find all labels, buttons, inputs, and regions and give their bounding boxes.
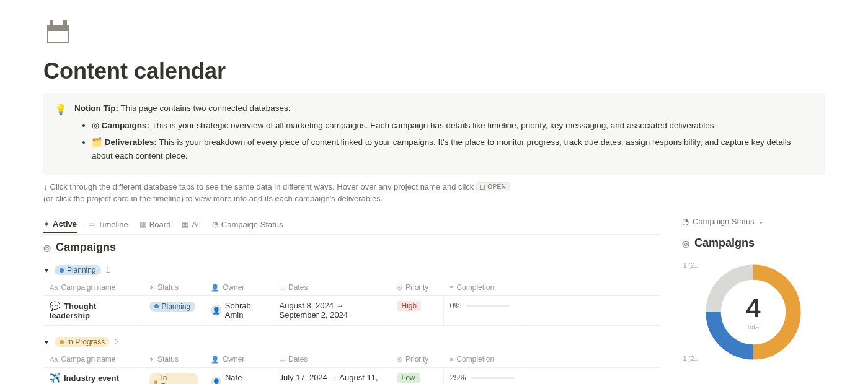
col-header-name[interactable]: AaCampaign name (43, 279, 143, 296)
svg-rect-2 (63, 20, 67, 26)
priority-tag: High (397, 301, 422, 311)
board-icon: ▥ (140, 220, 146, 229)
col-header-owner[interactable]: 👤Owner (205, 279, 273, 296)
caret-down-icon: ▼ (43, 267, 50, 274)
tip-callout: 💡 Notion Tip: This page contains two con… (43, 93, 825, 175)
page-title: Content calendar (43, 58, 825, 84)
avatar: 👤 (211, 305, 221, 316)
open-chip[interactable]: OPEN (476, 182, 510, 191)
avatar: 👤 (211, 377, 221, 384)
tip-text: This page contains two connected databas… (121, 103, 291, 113)
status-dot-icon (60, 268, 64, 273)
tab-campaign-status[interactable]: ◔ Campaign Status (212, 217, 283, 233)
progress-bar (466, 305, 510, 307)
cell-completion[interactable]: 25% (443, 368, 521, 384)
down-arrow-icon: ↓ (43, 182, 48, 191)
open-square-icon (480, 185, 485, 190)
priority-tag: Low (397, 373, 420, 383)
cell-priority[interactable]: High (391, 296, 443, 326)
col-header-owner[interactable]: 👤Owner (205, 351, 273, 368)
col-header-status[interactable]: ✶Status (143, 351, 205, 368)
group-status-pill: Planning (55, 265, 101, 275)
completion-text: 25% (450, 373, 466, 382)
text-icon: Aa (50, 356, 58, 363)
group-count: 2 (115, 338, 119, 346)
piechart-icon: ◔ (682, 217, 689, 226)
cell-empty (521, 368, 660, 384)
view-tabs: ✦ Active ▭ Timeline ▥ Board ▦ All ◔ Ca (43, 217, 660, 235)
col-header-empty (521, 351, 660, 368)
tab-all[interactable]: ▦ All (182, 217, 200, 233)
target-icon: ◎ (92, 121, 99, 130)
status-icon: ✶ (149, 284, 154, 291)
table-row[interactable]: 💬Thought leadershipPlanning👤Sohrab AminA… (43, 296, 660, 326)
target-icon: ◎ (682, 238, 689, 248)
status-dot-icon (154, 380, 158, 384)
col-header-completion[interactable]: ≡Completion (443, 279, 516, 296)
svg-rect-3 (48, 31, 68, 42)
tab-board[interactable]: ▥ Board (140, 217, 171, 233)
lightbulb-icon: 💡 (55, 102, 67, 166)
donut-label-bottom: 1 (2… (683, 356, 700, 362)
progress-bar (471, 377, 515, 379)
cell-priority[interactable]: Low (391, 368, 443, 384)
cell-owner[interactable]: 👤Nate Martins (205, 368, 273, 384)
page-icon (43, 17, 73, 47)
right-view-tab[interactable]: ◔ Campaign Status ⌄ (682, 217, 825, 230)
tip-prefix: Notion Tip: (74, 103, 118, 113)
col-header-empty (516, 279, 660, 296)
col-header-priority[interactable]: ⊙Priority (391, 279, 443, 296)
table-icon: ▦ (182, 220, 188, 229)
table-row[interactable]: ✈️Industry eventIn Progress👤Nate Martins… (43, 368, 660, 384)
group-status-pill: In Progress (55, 337, 110, 347)
donut-total-label: Total (746, 323, 760, 331)
group-header-inprogress[interactable]: ▼In Progress2 (43, 337, 660, 347)
cell-owner[interactable]: 👤Sohrab Amin (205, 296, 273, 326)
piechart-icon: ◔ (212, 220, 218, 229)
col-header-status[interactable]: ✶Status (143, 279, 205, 296)
status-icon: ✶ (149, 356, 154, 363)
person-icon: 👤 (211, 356, 219, 363)
cell-completion[interactable]: 0% (443, 296, 516, 326)
campaigns-table-inprogress: AaCampaign name✶Status👤Owner▭Dates⊙Prior… (43, 351, 660, 384)
cell-dates[interactable]: August 8, 2024 → September 2, 2024 (273, 296, 391, 326)
campaigns-table-planning: AaCampaign name✶Status👤Owner▭Dates⊙Prior… (43, 279, 660, 326)
timeline-icon: ▭ (88, 220, 95, 229)
status-dot-icon (60, 340, 64, 344)
cell-empty (516, 296, 660, 326)
select-icon: ⊙ (397, 284, 402, 291)
group-header-planning[interactable]: ▼Planning1 (43, 265, 660, 275)
cell-dates[interactable]: July 17, 2024 → August 11, 2024 (273, 368, 391, 384)
row-emoji-icon: ✈️ (50, 373, 60, 383)
owner-name: Nate Martins (225, 373, 267, 384)
completion-text: 0% (450, 301, 462, 310)
group-label: In Progress (67, 338, 105, 346)
owner-name: Sohrab Amin (225, 301, 267, 320)
text-icon: Aa (50, 284, 58, 291)
donut-total: 4 (746, 294, 760, 323)
cell-name[interactable]: ✈️Industry event (43, 368, 143, 384)
progress-icon: ≡ (450, 284, 453, 291)
cell-status[interactable]: Planning (143, 296, 205, 326)
cell-name[interactable]: 💬Thought leadership (43, 296, 143, 326)
tab-active[interactable]: ✦ Active (43, 217, 77, 233)
chevron-down-icon: ⌄ (758, 218, 763, 225)
row-name-text: Industry event (64, 373, 119, 383)
col-header-dates[interactable]: ▭Dates (273, 279, 391, 296)
caret-down-icon: ▼ (43, 339, 50, 346)
status-donut-chart: 4 Total 1 (2… 1 (2… (701, 260, 806, 365)
svg-rect-1 (50, 20, 53, 26)
tab-timeline[interactable]: ▭ Timeline (88, 217, 128, 233)
progress-icon: ≡ (450, 356, 453, 363)
db-title[interactable]: ◎ Campaigns (43, 241, 660, 254)
col-header-dates[interactable]: ▭Dates (273, 351, 391, 368)
col-header-priority[interactable]: ⊙Priority (391, 351, 443, 368)
tip-item-campaigns: ◎ Campaigns: This is your strategic over… (92, 119, 813, 133)
cell-status[interactable]: In Progress (143, 368, 205, 384)
status-pill: In Progress (149, 373, 198, 384)
col-header-completion[interactable]: ≡Completion (443, 351, 521, 368)
right-db-title[interactable]: ◎ Campaigns (682, 237, 825, 250)
col-header-name[interactable]: AaCampaign name (43, 351, 143, 368)
package-icon: 🗂️ (92, 137, 102, 147)
select-icon: ⊙ (397, 356, 402, 363)
